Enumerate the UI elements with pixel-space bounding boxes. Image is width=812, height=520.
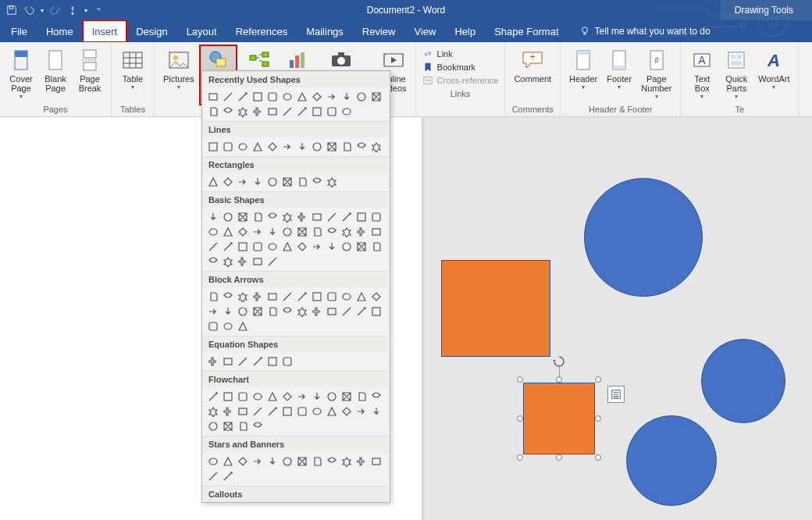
shape-thumbnail[interactable] xyxy=(355,305,368,318)
tab-help[interactable]: Help xyxy=(445,20,485,42)
shape-thumbnail[interactable] xyxy=(266,290,279,303)
shape-thumbnail[interactable] xyxy=(251,355,264,368)
resize-handle[interactable] xyxy=(517,415,523,422)
shape-thumbnail[interactable] xyxy=(237,355,249,368)
shape-thumbnail[interactable] xyxy=(326,105,338,118)
shape-thumbnail[interactable] xyxy=(237,420,249,433)
shape-thumbnail[interactable] xyxy=(281,240,294,253)
shape-thumbnail[interactable] xyxy=(222,320,234,333)
shape-thumbnail[interactable] xyxy=(222,255,234,268)
page-break-button[interactable]: Page Break xyxy=(73,45,106,105)
shape-thumbnail[interactable] xyxy=(207,91,219,103)
shape-thumbnail[interactable] xyxy=(340,211,353,223)
shape-thumbnail[interactable] xyxy=(266,226,279,238)
shape-thumbnail[interactable] xyxy=(326,305,338,318)
tab-file[interactable]: File xyxy=(2,20,37,42)
shape-thumbnail[interactable] xyxy=(355,390,368,403)
redo-icon[interactable] xyxy=(50,5,61,16)
shape-thumbnail[interactable] xyxy=(237,105,249,118)
shape-thumbnail[interactable] xyxy=(222,455,234,468)
shape-thumbnail[interactable] xyxy=(251,455,264,468)
blue-circle-top[interactable] xyxy=(584,178,703,297)
shape-thumbnail[interactable] xyxy=(326,290,338,303)
shape-thumbnail[interactable] xyxy=(296,390,308,403)
shape-thumbnail[interactable] xyxy=(311,290,323,303)
shape-thumbnail[interactable] xyxy=(296,176,308,188)
shape-thumbnail[interactable] xyxy=(237,91,249,103)
shape-thumbnail[interactable] xyxy=(281,290,294,303)
page-number-button[interactable]: #Page Number xyxy=(637,45,675,105)
shape-thumbnail[interactable] xyxy=(251,390,264,403)
shape-thumbnail[interactable] xyxy=(340,305,353,318)
shape-thumbnail[interactable] xyxy=(237,455,249,468)
blank-page-button[interactable]: Blank Page xyxy=(39,45,72,105)
shape-thumbnail[interactable] xyxy=(281,141,294,153)
shape-thumbnail[interactable] xyxy=(237,320,249,333)
shape-thumbnail[interactable] xyxy=(222,420,234,433)
tab-mailings[interactable]: Mailings xyxy=(297,20,353,42)
shape-thumbnail[interactable] xyxy=(207,211,219,223)
shape-thumbnail[interactable] xyxy=(207,455,219,468)
shape-thumbnail[interactable] xyxy=(326,91,338,103)
undo-dropdown-icon[interactable]: ▾ xyxy=(41,7,44,14)
shape-thumbnail[interactable] xyxy=(311,91,323,103)
shape-thumbnail[interactable] xyxy=(370,305,383,318)
qat-customize-icon[interactable]: ⁼ xyxy=(97,6,101,14)
shape-thumbnail[interactable] xyxy=(207,255,219,268)
shape-thumbnail[interactable] xyxy=(222,176,234,188)
shape-thumbnail[interactable] xyxy=(222,355,234,368)
shape-thumbnail[interactable] xyxy=(296,91,308,103)
tell-me-search[interactable]: Tell me what you want to do xyxy=(568,20,710,42)
link-button[interactable]: Link xyxy=(422,48,499,59)
shape-thumbnail[interactable] xyxy=(340,240,353,253)
shape-thumbnail[interactable] xyxy=(340,405,353,418)
shape-thumbnail[interactable] xyxy=(207,390,219,403)
shape-thumbnail[interactable] xyxy=(281,455,294,468)
shape-thumbnail[interactable] xyxy=(281,355,294,368)
pictures-button[interactable]: Pictures xyxy=(159,45,198,105)
shape-thumbnail[interactable] xyxy=(207,290,219,303)
shape-thumbnail[interactable] xyxy=(296,455,308,468)
shape-thumbnail[interactable] xyxy=(311,390,323,403)
shape-thumbnail[interactable] xyxy=(207,470,219,483)
resize-handle[interactable] xyxy=(517,376,523,383)
shape-thumbnail[interactable] xyxy=(326,390,338,403)
shape-thumbnail[interactable] xyxy=(207,320,219,333)
shape-thumbnail[interactable] xyxy=(355,91,368,103)
header-button[interactable]: Header xyxy=(565,45,601,105)
shape-thumbnail[interactable] xyxy=(326,455,338,468)
shape-thumbnail[interactable] xyxy=(311,226,323,238)
shape-thumbnail[interactable] xyxy=(266,240,279,253)
shape-thumbnail[interactable] xyxy=(222,290,234,303)
shape-thumbnail[interactable] xyxy=(266,390,279,403)
shape-thumbnail[interactable] xyxy=(207,105,219,118)
shape-thumbnail[interactable] xyxy=(207,355,219,368)
touch-dropdown-icon[interactable]: ▾ xyxy=(84,7,87,14)
cover-page-button[interactable]: Cover Page xyxy=(5,45,37,105)
shape-thumbnail[interactable] xyxy=(207,240,219,253)
shape-thumbnail[interactable] xyxy=(237,226,249,238)
shape-thumbnail[interactable] xyxy=(340,455,353,468)
resize-handle[interactable] xyxy=(517,454,523,461)
shape-thumbnail[interactable] xyxy=(370,390,383,403)
shape-thumbnail[interactable] xyxy=(340,91,353,103)
tab-design[interactable]: Design xyxy=(126,20,176,42)
quick-parts-button[interactable]: Quick Parts xyxy=(720,45,753,105)
blue-circle-bottom[interactable] xyxy=(626,415,717,506)
tab-home[interactable]: Home xyxy=(37,20,83,42)
shape-thumbnail[interactable] xyxy=(222,91,234,103)
shape-thumbnail[interactable] xyxy=(355,290,368,303)
bookmark-button[interactable]: Bookmark xyxy=(422,62,499,73)
shape-thumbnail[interactable] xyxy=(251,211,264,223)
shape-thumbnail[interactable] xyxy=(237,390,249,403)
resize-handle[interactable] xyxy=(595,376,601,383)
shape-thumbnail[interactable] xyxy=(222,141,234,153)
tab-view[interactable]: View xyxy=(404,20,445,42)
shape-thumbnail[interactable] xyxy=(370,211,383,223)
shape-thumbnail[interactable] xyxy=(266,255,279,268)
shape-thumbnail[interactable] xyxy=(237,240,249,253)
shape-thumbnail[interactable] xyxy=(222,105,234,118)
shape-thumbnail[interactable] xyxy=(296,211,308,223)
shape-thumbnail[interactable] xyxy=(296,141,308,153)
shape-thumbnail[interactable] xyxy=(355,141,368,153)
